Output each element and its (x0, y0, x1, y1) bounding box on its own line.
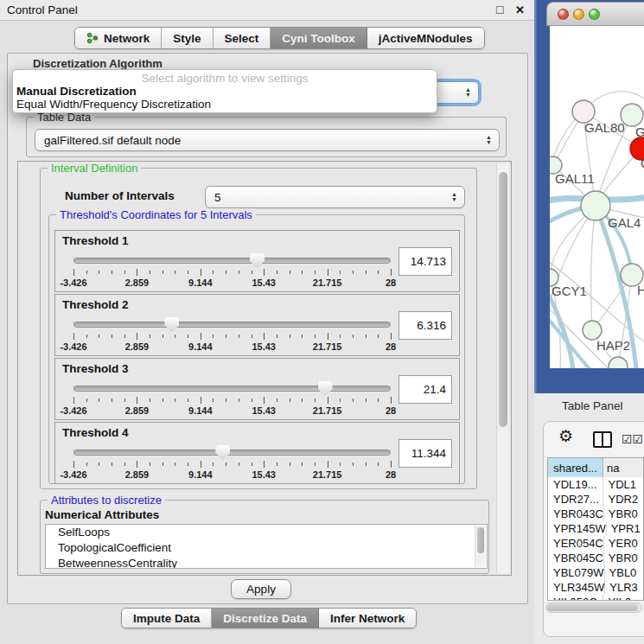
threshold-section-3: Threshold 3-3.4262.8599.14415.4321.71528… (54, 358, 460, 420)
attribute-item-topologicalcoefficient[interactable]: TopologicalCoefficient (46, 540, 487, 556)
slider-ticks (73, 397, 391, 405)
tick-mark (73, 461, 74, 468)
tick-mark (252, 462, 252, 466)
table-row[interactable]: YPR145WYPR1 (548, 521, 643, 536)
tab-network[interactable]: Network (75, 28, 162, 48)
tick-label: 9.144 (188, 405, 213, 416)
tab-style[interactable]: Style (162, 28, 213, 48)
attributes-scrollbar[interactable] (475, 526, 486, 567)
tick-mark (302, 399, 303, 402)
attributes-group-title: Attributes to discretize (48, 494, 165, 507)
tick-mark (264, 461, 265, 468)
node-label-h: H (637, 283, 644, 297)
slider-thumb[interactable] (318, 381, 333, 396)
table-row[interactable]: YBR043CYBR0 (548, 507, 643, 521)
threshold-value-field[interactable]: 6.316 (399, 311, 452, 340)
discretization-algorithm-group-title: Discretization Algorithm (33, 57, 163, 70)
slider-thumb[interactable] (250, 253, 265, 268)
network-node-green[interactable] (583, 321, 602, 340)
tick-mark (302, 335, 303, 338)
zoom-traffic-light[interactable] (589, 9, 600, 20)
tick-mark (137, 269, 137, 276)
slider-thumb[interactable] (164, 317, 179, 332)
cell-name: YBR0 (604, 507, 643, 521)
table-row[interactable]: YBR045CYBR0 (548, 551, 643, 565)
table-data-combobox[interactable]: galFiltered.sif default node ▲▼ (35, 129, 500, 151)
tick-mark (391, 461, 392, 468)
threshold-slider[interactable]: -3.4262.8599.14415.4321.71528 (73, 314, 392, 354)
tick-label: 2.859 (125, 469, 150, 480)
attribute-item-betweennesscentrality[interactable]: BetweennessCentrality (46, 556, 487, 569)
threshold-value-field[interactable]: 14.713 (399, 247, 452, 276)
threshold-slider[interactable]: -3.4262.8599.14415.4321.71528 (73, 378, 392, 418)
attribute-item-selfloops[interactable]: SelfLoops (46, 525, 487, 540)
tick-label: 15.43 (252, 341, 276, 352)
tick-mark (315, 271, 316, 274)
algorithm-option-manual-discretization[interactable]: Manual Discretization (13, 85, 437, 98)
table-row[interactable]: YBL079WYBL0 (548, 565, 643, 580)
column-header-shared[interactable]: shared... (548, 458, 603, 477)
network-view[interactable]: GAL80GACGAL11GAL4GCY1HHAP2 (550, 26, 644, 368)
tab-discretize-data[interactable]: Discretize Data (212, 609, 319, 628)
tick-mark (290, 335, 290, 338)
tick-mark (366, 271, 367, 274)
column-header-na[interactable]: na (603, 458, 643, 477)
close-traffic-light[interactable] (558, 9, 569, 20)
tick-mark (252, 271, 252, 274)
threshold-slider[interactable]: -3.4262.8599.14415.4321.71528 (73, 250, 392, 290)
threshold-section-1: Threshold 1-3.4262.8599.14415.4321.71528… (54, 230, 460, 292)
table-horizontal-scrollbar-thumb[interactable] (547, 604, 638, 611)
tab-cyni-toolbox[interactable]: Cyni Toolbox (271, 28, 367, 48)
tick-label: 9.144 (188, 277, 213, 288)
tab-jactivemnodules[interactable]: jActiveMNodules (367, 28, 484, 48)
threshold-label: Threshold 1 (62, 234, 129, 247)
number-of-intervals-combobox[interactable]: 5 ▲▼ (205, 186, 465, 208)
network-window-titlebar[interactable] (546, 2, 644, 26)
panel-scrollbar-thumb[interactable] (499, 172, 507, 427)
threshold-value-field[interactable]: 11.344 (399, 439, 452, 468)
network-node-green[interactable] (581, 191, 610, 220)
tick-label: 28 (386, 277, 396, 288)
node-label-hap2: HAP2 (596, 338, 630, 353)
minimize-traffic-light[interactable] (573, 9, 584, 20)
cell-name: YBR0 (604, 551, 643, 565)
tick-mark (175, 462, 175, 466)
restore-window-icon[interactable]: □ (496, 3, 503, 16)
tick-mark (328, 397, 328, 404)
table-row[interactable]: YDL19...YDL1 (548, 477, 643, 492)
select-columns-checkboxes-icon[interactable]: ☑☑ (622, 432, 643, 446)
tick-mark (226, 335, 226, 338)
gear-icon[interactable]: ⚙ (558, 428, 573, 445)
tab-infer-network[interactable]: Infer Network (319, 609, 416, 628)
table-row[interactable]: YER054CYER0 (548, 536, 643, 551)
table-row[interactable]: YDR27...YDR2 (548, 492, 643, 507)
threshold-label: Threshold 3 (62, 362, 129, 375)
tick-mark (124, 399, 125, 402)
table-row[interactable]: YLR345WYLR3 (548, 580, 643, 595)
tab-impute-data[interactable]: Impute Data (122, 609, 212, 628)
tab-label: Style (173, 32, 201, 45)
node-label-gal80: GAL80 (584, 120, 625, 135)
close-window-icon[interactable]: ✕ (515, 3, 525, 16)
threshold-slider[interactable]: -3.4262.8599.14415.4321.71528 (73, 442, 392, 481)
slider-thumb[interactable] (215, 445, 230, 460)
tick-mark (137, 461, 137, 468)
tab-select[interactable]: Select (214, 28, 271, 48)
tab-label: Infer Network (330, 612, 405, 625)
tick-mark (340, 335, 341, 338)
apply-button[interactable]: Apply (231, 579, 291, 599)
split-columns-icon[interactable] (593, 431, 612, 448)
threshold-value-field[interactable]: 21.4 (399, 375, 452, 404)
algorithm-option-equal-width-frequency-discretization[interactable]: Equal Width/Frequency Discretization (13, 98, 437, 111)
numerical-attributes-list[interactable]: SelfLoopsTopologicalCoefficientBetweenne… (45, 524, 488, 569)
panel-scrollbar[interactable] (496, 163, 509, 573)
tick-mark (315, 462, 316, 466)
node-label-gcy1: GCY1 (552, 284, 587, 298)
algorithm-placeholder: Select algorithm to view settings (13, 72, 437, 85)
table-row[interactable]: YIL052CYIL0 (548, 595, 643, 601)
table-horizontal-scrollbar[interactable] (545, 603, 642, 613)
tick-mark (340, 271, 341, 274)
threshold-label: Threshold 4 (62, 426, 129, 439)
network-canvas[interactable]: GAL80GACGAL11GAL4GCY1HHAP2 (550, 26, 644, 368)
attributes-scrollbar-thumb[interactable] (477, 527, 484, 553)
